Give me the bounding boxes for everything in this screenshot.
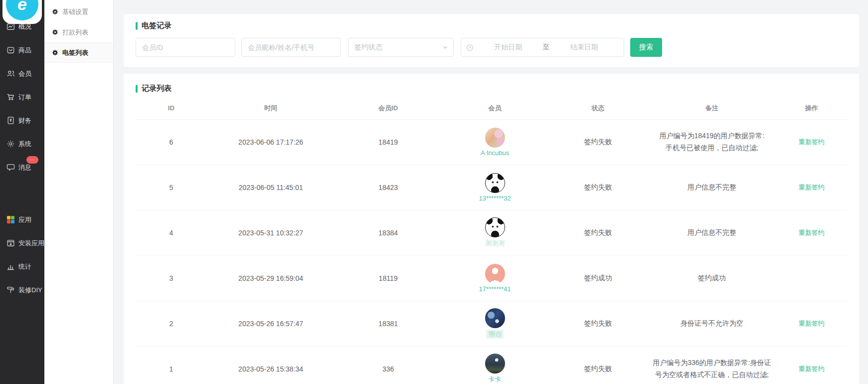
sidebar-item-apps[interactable]: 应用 bbox=[0, 208, 44, 231]
member-id-input[interactable] bbox=[136, 38, 235, 57]
cell-id: 1 bbox=[136, 346, 207, 384]
cell-member-id: 336 bbox=[335, 346, 442, 384]
search-button[interactable]: 搜索 bbox=[630, 38, 662, 57]
gear-icon bbox=[52, 29, 58, 35]
member-avatar[interactable] bbox=[485, 264, 505, 284]
member-cell: 测测测 bbox=[442, 217, 548, 248]
cell-member-id: 18381 bbox=[335, 301, 442, 346]
main-sidebar: e 概况 商品 会员 订单 财务 系统 bbox=[0, 0, 44, 384]
cell-time: 2023-06-06 17:17:26 bbox=[207, 119, 335, 165]
install-app-icon bbox=[6, 239, 15, 247]
sidebar-item-label: 消息 bbox=[18, 163, 31, 172]
esign-record-search-card: 电签记录 签约状态 开始日期 至 结束日期 搜索 bbox=[124, 14, 859, 67]
cell-remark: 身份证号不允许为空 bbox=[653, 318, 771, 329]
submenu-item-basic-settings[interactable]: 基础设置 bbox=[44, 1, 113, 22]
message-badge: ... bbox=[26, 156, 38, 164]
cell-remark: 用户编号为18419的用户数据异常: 手机号已被使用，已自动过滤; bbox=[653, 130, 771, 153]
table-row: 6 2023-06-06 17:17:26 18419 A Incubus 签约… bbox=[136, 119, 847, 165]
member-avatar[interactable] bbox=[485, 128, 505, 148]
sidebar-item-orders[interactable]: 订单 bbox=[0, 85, 44, 109]
sidebar-item-goods[interactable]: 商品 bbox=[0, 38, 44, 62]
search-filters: 签约状态 开始日期 至 结束日期 搜索 bbox=[136, 38, 847, 57]
member-name-link[interactable]: '圈自 bbox=[486, 330, 503, 339]
table-row: 3 2023-05-29 16:59:04 18119 17*******41 … bbox=[136, 255, 847, 301]
sidebar-item-messages[interactable]: 消息 ... bbox=[0, 156, 44, 179]
gear-icon bbox=[52, 49, 58, 56]
sidebar-item-install-app[interactable]: 安装应用 bbox=[0, 231, 44, 255]
member-name-link[interactable]: 13*******32 bbox=[479, 194, 511, 202]
submenu-item-label: 电签列表 bbox=[62, 48, 88, 57]
cell-member-id: 18419 bbox=[335, 119, 442, 165]
submenu-item-esign-list[interactable]: 电签列表 bbox=[44, 42, 113, 63]
sidebar-item-label: 应用 bbox=[18, 215, 31, 224]
message-icon bbox=[6, 163, 15, 172]
finance-icon bbox=[6, 116, 15, 125]
cell-member-id: 18423 bbox=[335, 165, 442, 210]
clock-icon bbox=[466, 44, 474, 51]
stats-icon bbox=[6, 262, 15, 271]
re-sign-link[interactable]: 重新签约 bbox=[799, 138, 825, 146]
member-avatar[interactable] bbox=[485, 354, 505, 374]
member-avatar[interactable] bbox=[485, 173, 505, 193]
logo-glyph: e bbox=[17, 0, 27, 14]
cell-status: 签约失败 bbox=[548, 165, 648, 210]
col-header-status: 状态 bbox=[548, 97, 648, 119]
gear-icon bbox=[52, 8, 58, 15]
search-card-title-text: 电签记录 bbox=[142, 21, 172, 30]
submenu-item-label: 打款列表 bbox=[62, 28, 88, 37]
member-name-link[interactable]: 17*******41 bbox=[479, 285, 511, 293]
re-sign-link[interactable]: 重新签约 bbox=[799, 320, 825, 327]
member-cell: '圈自 bbox=[442, 308, 548, 339]
sidebar-item-system[interactable]: 系统 bbox=[0, 132, 44, 156]
member-cell: 13*******32 bbox=[442, 173, 548, 202]
col-header-member-id: 会员ID bbox=[335, 97, 442, 119]
submenu-item-payment-list[interactable]: 打款列表 bbox=[44, 22, 113, 42]
cell-time: 2023-05-26 16:57:47 bbox=[207, 301, 335, 346]
sidebar-item-overview[interactable]: 概况 bbox=[0, 15, 44, 38]
start-date-placeholder: 开始日期 bbox=[474, 43, 543, 52]
cell-remark: 用户信息不完整 bbox=[653, 182, 771, 193]
cell-member-id: 18119 bbox=[335, 255, 442, 301]
member-name-link[interactable]: A Incubus bbox=[481, 149, 509, 157]
member-name-link[interactable]: 卡卡 bbox=[489, 375, 502, 384]
re-sign-link[interactable]: 重新签约 bbox=[799, 184, 825, 191]
re-sign-link[interactable]: 重新签约 bbox=[799, 365, 825, 373]
sub-sidebar: 基础设置 打款列表 电签列表 bbox=[44, 0, 114, 384]
member-name-link[interactable]: 测测测 bbox=[485, 239, 505, 248]
col-header-member: 会员 bbox=[442, 97, 548, 119]
end-date-placeholder: 结束日期 bbox=[550, 43, 619, 52]
cell-time: 2023-05-31 10:32:27 bbox=[207, 210, 335, 255]
sidebar-item-members[interactable]: 会员 bbox=[0, 62, 44, 85]
sidebar-item-label: 装修DIY bbox=[18, 286, 42, 295]
table-row: 4 2023-05-31 10:32:27 18384 测测测 签约失败 用户信… bbox=[136, 210, 847, 255]
cell-time: 2023-05-29 16:59:04 bbox=[207, 255, 335, 301]
cell-status: 签约成功 bbox=[548, 255, 648, 301]
overview-icon bbox=[6, 22, 15, 31]
sidebar-item-finance[interactable]: 财务 bbox=[0, 109, 44, 132]
table-row: 1 2023-05-26 15:38:34 336 卡卡 签约失败 用户编号为3… bbox=[136, 346, 847, 384]
record-list-card: 记录列表 ID 时间 会员ID 会员 状态 备注 操作 6 bbox=[124, 74, 859, 384]
cell-status: 签约失败 bbox=[548, 301, 648, 346]
cell-time: 2023-06-05 11:45:01 bbox=[207, 165, 335, 210]
sidebar-item-label: 系统 bbox=[18, 140, 31, 149]
decorate-diy-icon bbox=[6, 286, 15, 294]
sign-status-select[interactable]: 签约状态 bbox=[348, 38, 454, 57]
sidebar-item-decorate-diy[interactable]: 装修DIY bbox=[0, 278, 44, 302]
member-nickname-input[interactable] bbox=[241, 38, 341, 57]
sidebar-item-stats[interactable]: 统计 bbox=[0, 255, 44, 278]
goods-icon bbox=[6, 46, 15, 54]
cell-time: 2023-05-26 15:38:34 bbox=[207, 346, 335, 384]
table-row: 2 2023-05-26 16:57:47 18381 '圈自 签约失败 身份证… bbox=[136, 301, 847, 346]
member-avatar[interactable] bbox=[485, 217, 505, 237]
sidebar-item-label: 商品 bbox=[18, 46, 31, 55]
date-range-picker[interactable]: 开始日期 至 结束日期 bbox=[461, 38, 624, 57]
cell-remark: 用户编号为336的用户数据异常:身份证号为空或者格式不正确，已自动过滤; bbox=[653, 357, 771, 380]
re-sign-link[interactable]: 重新签约 bbox=[799, 229, 825, 236]
sidebar-spacer bbox=[0, 179, 44, 208]
sign-status-placeholder: 签约状态 bbox=[354, 43, 442, 52]
system-icon bbox=[6, 140, 15, 148]
sidebar-item-label: 安装应用 bbox=[18, 239, 44, 248]
member-avatar[interactable] bbox=[485, 308, 505, 328]
sidebar-item-label: 统计 bbox=[18, 262, 31, 271]
cell-member-id: 18384 bbox=[335, 210, 442, 255]
